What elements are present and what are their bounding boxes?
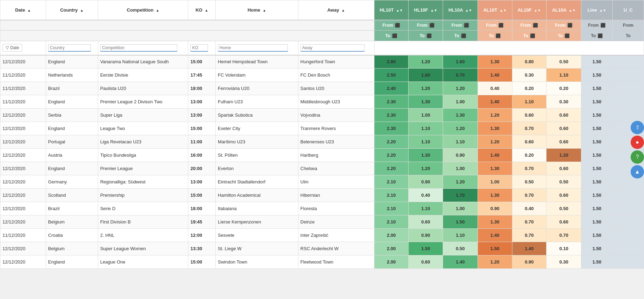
cell-uc	[613, 242, 644, 255]
country-filter-cell[interactable]	[46, 41, 98, 55]
col-header-hl10f[interactable]: HL10F ▲▼	[409, 0, 443, 20]
al10f-to[interactable]: To ⬛	[512, 31, 547, 41]
cell-country: England	[46, 95, 98, 109]
cell-ko: 18:00	[188, 82, 216, 95]
col-header-uc[interactable]: U_C	[613, 0, 644, 20]
cell-ko: 13:00	[188, 175, 216, 189]
col-header-country[interactable]: Country ▲	[46, 0, 98, 20]
cell-competition: Regionalliga: Südwest	[98, 175, 188, 189]
cell-away: Santos U20	[298, 82, 374, 95]
col-header-competition[interactable]: Competition ▲	[98, 0, 188, 20]
spinner-hl10t-to[interactable]: ⬛	[392, 33, 397, 38]
cell-al10f: 0.20	[512, 82, 547, 95]
spinner-hl10f-to[interactable]: ⬛	[427, 33, 432, 38]
spinner-hl10f-from[interactable]: ⬛	[429, 23, 435, 28]
spinner-al10f-from[interactable]: ⬛	[533, 23, 538, 28]
al10f-from[interactable]: From ⬛	[512, 20, 547, 31]
hl10f-to[interactable]: To ⬛	[409, 31, 443, 41]
spinner-al10a-from[interactable]: ⬛	[567, 23, 573, 28]
scroll-up-button[interactable]: ▲	[631, 165, 644, 178]
cell-al10a: 1.20	[547, 149, 581, 162]
cell-ko: 16:00	[188, 149, 216, 162]
uc-to[interactable]: To	[613, 31, 644, 41]
share-button[interactable]: ⇧	[631, 121, 644, 134]
table-row: 12/12/2020 England League One 15:00 Swin…	[0, 255, 644, 269]
uc-from[interactable]: From	[613, 20, 644, 31]
cell-ko: 18:00	[188, 202, 216, 215]
hl10f-from[interactable]: From ⬛	[409, 20, 443, 31]
spinner-hl10a-to[interactable]: ⬛	[461, 33, 466, 38]
cell-away: RSC Anderlecht W	[298, 242, 374, 255]
help-button[interactable]: ?	[631, 150, 644, 164]
cell-ko: 11:00	[188, 135, 216, 149]
spinner-al10f-to[interactable]: ⬛	[530, 33, 535, 38]
cell-hl10a: 1.20	[443, 82, 478, 95]
col-header-home[interactable]: Home ▲	[216, 0, 298, 20]
competition-filter-input[interactable]	[100, 44, 177, 52]
hl10t-to[interactable]: To ⬛	[374, 31, 409, 41]
cell-ko: 12:00	[188, 229, 216, 242]
col-header-hl10a[interactable]: HL10A ▲▼	[443, 0, 478, 20]
cell-al10a: 0.50	[547, 55, 581, 69]
cell-al10a: 0.50	[547, 202, 581, 215]
country-filter-input[interactable]	[48, 44, 91, 52]
cell-al10f: 0.70	[512, 215, 547, 229]
cell-competition: Premier League	[98, 162, 188, 175]
cell-al10f: 0.60	[512, 109, 547, 122]
hl10a-from[interactable]: From ⬛	[443, 20, 478, 31]
cell-uc	[613, 255, 644, 269]
cell-line: 1.50	[581, 202, 613, 215]
date-filter-button[interactable]: ▽ Date	[2, 44, 22, 52]
cell-away: Tranmere Rovers	[298, 122, 374, 135]
cell-date: 12/12/2020	[0, 202, 46, 215]
hl10a-to[interactable]: To ⬛	[443, 31, 478, 41]
cell-hl10f: 1.50	[409, 242, 443, 255]
col-header-al10f[interactable]: AL10F ▲▼	[512, 0, 547, 20]
cell-hl10a: 1.00	[443, 162, 478, 175]
table-row: 12/12/2020 Serbia Super Liga 13:00 Spart…	[0, 109, 644, 122]
cell-line: 1.50	[581, 82, 613, 95]
spinner-al10t-from[interactable]: ⬛	[498, 23, 504, 28]
col-header-al10t[interactable]: AL10T ▲▼	[478, 0, 512, 20]
cell-line: 1.50	[581, 162, 613, 175]
home-filter-input[interactable]	[218, 44, 288, 52]
col-header-away[interactable]: Away ▲	[298, 0, 374, 20]
cell-date: 12/12/2020	[0, 255, 46, 269]
floating-buttons: ⇧ ● ? ▲	[631, 121, 644, 178]
ko-filter-input[interactable]	[190, 44, 208, 52]
al10a-from[interactable]: From ⬛	[547, 20, 581, 31]
cell-away: Belenenses U23	[298, 135, 374, 149]
spinner-hl10a-from[interactable]: ⬛	[464, 23, 469, 28]
away-filter-input[interactable]	[301, 44, 365, 52]
cell-al10t: 1.30	[478, 122, 512, 135]
line-to[interactable]: To ⬛	[581, 31, 613, 41]
spinner-line-from[interactable]: ⬛	[600, 23, 606, 28]
away-filter-cell[interactable]	[298, 41, 374, 55]
cell-country: Brazil	[46, 82, 98, 95]
col-header-ko[interactable]: KO ▲	[188, 0, 216, 20]
al10t-to[interactable]: To ⬛	[478, 31, 512, 41]
hl10t-from[interactable]: From ⬛	[374, 20, 409, 31]
col-header-date[interactable]: Date ▲	[0, 0, 46, 20]
col-header-hl10t[interactable]: HL10T ▲▼	[374, 0, 409, 20]
col-header-line[interactable]: Line ▲▼	[581, 0, 613, 20]
spinner-al10a-to[interactable]: ⬛	[564, 33, 570, 38]
ko-filter-cell[interactable]	[188, 41, 216, 55]
home-filter-cell[interactable]	[216, 41, 298, 55]
spinner-line-to[interactable]: ⬛	[598, 33, 603, 38]
line-from[interactable]: From ⬛	[581, 20, 613, 31]
al10t-from[interactable]: From ⬛	[478, 20, 512, 31]
cell-hl10a: 1.70	[443, 189, 478, 202]
cell-date: 12/12/2020	[0, 175, 46, 189]
cell-competition: First Division B	[98, 215, 188, 229]
competition-filter-cell[interactable]	[98, 41, 188, 55]
cell-hl10f: 1.10	[409, 135, 443, 149]
android-button[interactable]: ●	[631, 136, 644, 149]
cell-date: 12/12/2020	[0, 242, 46, 255]
spinner-hl10t-from[interactable]: ⬛	[395, 23, 400, 28]
sort-arrow-hl10f: ▲▼	[430, 8, 437, 12]
spinner-al10t-to[interactable]: ⬛	[495, 33, 501, 38]
al10a-to[interactable]: To ⬛	[547, 31, 581, 41]
col-header-al10a[interactable]: AL10A ▲▼	[547, 0, 581, 20]
cell-competition: Premier League 2 Divison Two	[98, 95, 188, 109]
